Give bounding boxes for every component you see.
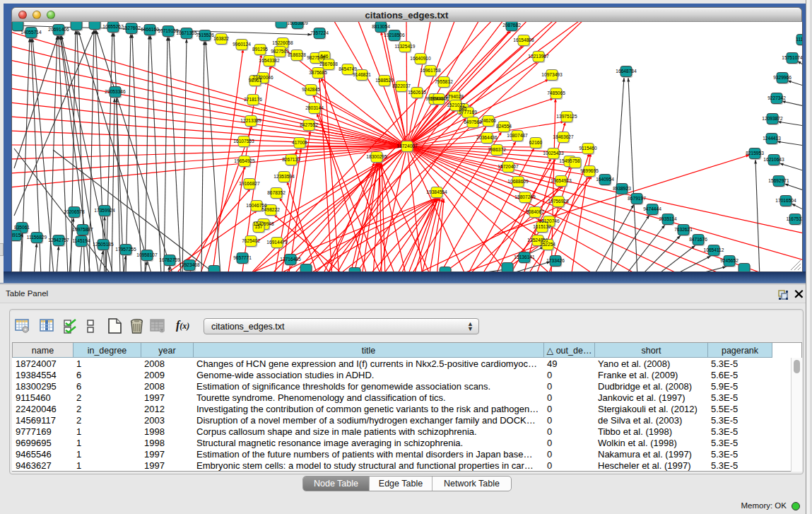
svg-text:14055714: 14055714 xyxy=(20,30,42,35)
svg-text:29053346: 29053346 xyxy=(105,89,126,94)
svg-text:252254: 252254 xyxy=(540,242,555,247)
svg-text:7986372: 7986372 xyxy=(488,147,506,152)
svg-text:20364436: 20364436 xyxy=(476,135,498,140)
svg-text:16648784: 16648784 xyxy=(616,69,637,74)
svg-text:17359924: 17359924 xyxy=(94,208,115,213)
svg-text:9827503: 9827503 xyxy=(271,49,289,54)
svg-text:9474444: 9474444 xyxy=(643,206,661,211)
svg-text:1562615: 1562615 xyxy=(408,90,426,95)
svg-text:11172: 11172 xyxy=(796,37,802,42)
svg-text:10807487: 10807487 xyxy=(507,133,528,138)
svg-text:19218506: 19218506 xyxy=(384,33,405,37)
svg-text:10975887: 10975887 xyxy=(72,227,93,232)
svg-text:10025433: 10025433 xyxy=(543,151,564,156)
svg-text:546: 546 xyxy=(320,54,328,59)
svg-text:9242845: 9242845 xyxy=(302,87,320,92)
svg-text:16782759: 16782759 xyxy=(159,257,180,262)
svg-text:8471676: 8471676 xyxy=(689,237,707,242)
svg-text:16640910: 16640910 xyxy=(410,56,431,61)
svg-text:20206578: 20206578 xyxy=(64,209,85,214)
svg-text:8678352: 8678352 xyxy=(267,190,286,195)
svg-text:19756928: 19756928 xyxy=(548,199,569,204)
svg-text:12213967: 12213967 xyxy=(528,54,549,59)
svg-text:8267130: 8267130 xyxy=(282,157,300,162)
svg-text:7632621: 7632621 xyxy=(674,227,693,232)
svg-text:2718176: 2718176 xyxy=(244,97,262,102)
svg-text:12942757: 12942757 xyxy=(48,238,69,243)
svg-text:9777169: 9777169 xyxy=(459,110,477,115)
svg-text:11156829: 11156829 xyxy=(27,235,47,240)
svg-text:1615132: 1615132 xyxy=(533,224,551,229)
svg-text:9245652: 9245652 xyxy=(720,258,739,263)
svg-text:10958107: 10958107 xyxy=(136,252,158,257)
svg-text:16210643: 16210643 xyxy=(763,157,784,162)
svg-text:3875685: 3875685 xyxy=(309,70,327,75)
svg-text:16053809: 16053809 xyxy=(287,22,308,25)
svg-text:746266: 746266 xyxy=(481,118,496,123)
svg-text:19654925: 19654925 xyxy=(234,158,255,163)
svg-text:7485065: 7485065 xyxy=(547,90,565,95)
svg-text:15692971: 15692971 xyxy=(768,178,789,183)
svg-text:16914479: 16914479 xyxy=(266,240,288,245)
svg-text:7515526: 7515526 xyxy=(196,33,214,37)
svg-text:9146821: 9146821 xyxy=(353,72,371,77)
svg-text:17957255: 17957255 xyxy=(115,247,136,252)
svg-text:6466160: 6466160 xyxy=(141,27,159,32)
svg-text:12353594: 12353594 xyxy=(273,174,295,179)
svg-text:9084067: 9084067 xyxy=(526,209,544,214)
svg-text:1733426: 1733426 xyxy=(546,258,565,263)
svg-text:15226058: 15226058 xyxy=(272,40,293,45)
svg-text:8427552: 8427552 xyxy=(300,122,318,127)
svg-text:18724007: 18724007 xyxy=(396,144,418,148)
svg-text:835061: 835061 xyxy=(14,225,30,230)
svg-text:16154808: 16154808 xyxy=(513,37,534,42)
svg-text:13975125: 13975125 xyxy=(556,114,577,119)
svg-text:1640954: 1640954 xyxy=(596,177,614,182)
svg-text:15751074: 15751074 xyxy=(782,55,802,60)
svg-text:16120746: 16120746 xyxy=(539,218,560,223)
svg-text:10973493: 10973493 xyxy=(541,72,563,77)
svg-text:9657771: 9657771 xyxy=(233,255,252,260)
svg-text:11325419: 11325419 xyxy=(395,44,416,49)
svg-text:10688609: 10688609 xyxy=(507,179,529,184)
svg-text:8679197: 8679197 xyxy=(628,196,646,201)
svg-text:12505185: 12505185 xyxy=(93,242,114,247)
svg-text:19384554: 19384554 xyxy=(426,189,447,194)
svg-text:15495758: 15495758 xyxy=(559,158,580,163)
svg-text:2087682: 2087682 xyxy=(502,23,521,28)
svg-text:7955812: 7955812 xyxy=(435,79,453,84)
svg-text:1244413: 1244413 xyxy=(763,136,781,141)
svg-text:15720407: 15720407 xyxy=(498,164,519,169)
svg-text:6497568: 6497568 xyxy=(464,119,482,124)
svg-text:9115460: 9115460 xyxy=(579,146,597,151)
svg-text:1527602: 1527602 xyxy=(122,25,141,30)
svg-text:7625402: 7625402 xyxy=(242,238,260,243)
svg-text:62160: 62160 xyxy=(529,140,543,145)
svg-text:839154: 839154 xyxy=(12,233,23,238)
svg-text:16543382: 16543382 xyxy=(259,58,280,63)
svg-text:2867608: 2867608 xyxy=(319,62,338,66)
svg-text:8938923: 8938923 xyxy=(613,186,631,191)
svg-text:13716485: 13716485 xyxy=(280,257,301,262)
svg-text:98961: 98961 xyxy=(249,78,262,83)
svg-text:16107553: 16107553 xyxy=(233,139,254,144)
svg-text:10655267: 10655267 xyxy=(102,24,124,29)
svg-text:12213389: 12213389 xyxy=(240,118,261,123)
svg-text:1167533: 1167533 xyxy=(786,216,802,221)
svg-text:9329966: 9329966 xyxy=(773,75,792,80)
svg-text:7357224: 7357224 xyxy=(310,30,329,35)
svg-text:2803144: 2803144 xyxy=(305,105,324,110)
svg-text:8813054: 8813054 xyxy=(372,24,390,29)
svg-text:9227342: 9227342 xyxy=(767,95,786,100)
svg-text:19654923: 19654923 xyxy=(551,178,572,183)
svg-text:1588520: 1588520 xyxy=(375,78,394,83)
svg-text:16671355: 16671355 xyxy=(176,30,197,35)
svg-text:8215953: 8215953 xyxy=(746,151,764,156)
svg-text:8186328: 8186328 xyxy=(288,52,306,57)
svg-text:15136141: 15136141 xyxy=(514,255,535,259)
svg-text:6794028: 6794028 xyxy=(445,94,464,99)
svg-text:18807249: 18807249 xyxy=(514,194,536,199)
svg-text:18300295: 18300295 xyxy=(366,154,387,159)
svg-text:824554: 824554 xyxy=(496,124,512,129)
svg-text:8454749: 8454749 xyxy=(339,66,357,71)
